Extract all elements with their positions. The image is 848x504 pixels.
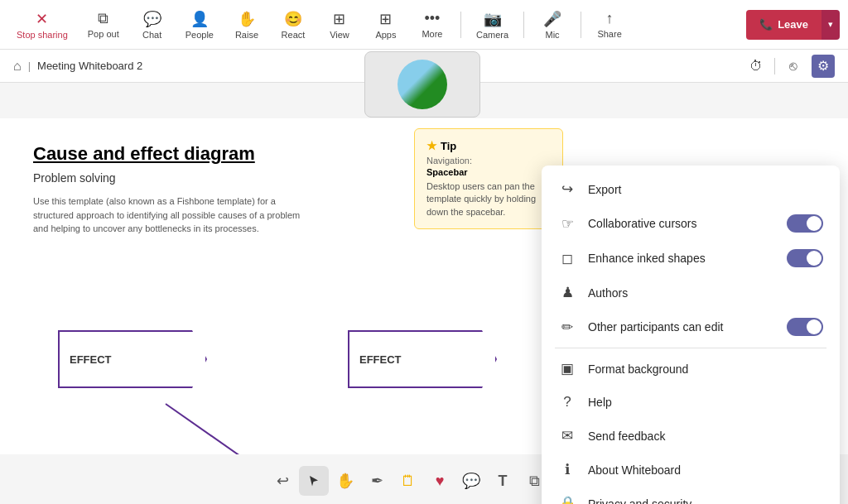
camera-label: Camera — [476, 30, 508, 40]
touch-tool-button[interactable]: ✋ — [330, 466, 360, 496]
raise-label: Raise — [235, 30, 258, 40]
leave-label: Leave — [778, 18, 808, 31]
menu-separator — [555, 348, 826, 348]
timer-icon: ⏱ — [749, 59, 763, 74]
chevron-down-icon: ▾ — [828, 19, 833, 30]
page-title: Meeting Whiteboard 2 — [37, 60, 142, 72]
timer-icon-button[interactable]: ⏱ — [744, 55, 768, 78]
mic-label: Mic — [546, 30, 560, 40]
effect-label-right: EFFECT — [359, 353, 402, 366]
whiteboard-description: Use this template (also known as a Fishb… — [33, 194, 315, 236]
leave-chevron-button[interactable]: ▾ — [822, 10, 840, 40]
apps-button[interactable]: ⊞ Apps — [364, 7, 407, 43]
more-button[interactable]: ••• More — [411, 7, 454, 42]
heart-button[interactable]: ♥ — [425, 466, 455, 496]
menu-item-label: Help — [588, 396, 823, 409]
select-tool-button[interactable] — [299, 466, 329, 496]
dropdown-menu: ↪Export☞Collaborative cursors◻Enhance in… — [542, 166, 840, 504]
text-tool-button[interactable]: T — [488, 466, 518, 496]
view-label: View — [330, 30, 349, 40]
more-label: More — [422, 29, 442, 39]
stop-sharing-label: Stop sharing — [17, 30, 68, 40]
star-icon: ★ — [426, 139, 437, 152]
menu-item-about-whiteboard[interactable]: ℹAbout Whiteboard — [542, 453, 840, 487]
share-button[interactable]: ↑ Share — [588, 7, 631, 42]
breadcrumb-actions: ⏱ ⎋ ⚙ — [744, 55, 835, 78]
menu-item-label: Collaborative cursors — [588, 217, 775, 230]
chat-icon: 💬 — [143, 10, 161, 28]
menu-item-icon: ♟ — [558, 284, 576, 301]
react-label: React — [282, 30, 306, 40]
raise-icon: ✋ — [238, 10, 256, 28]
menu-item-export[interactable]: ↪Export — [542, 172, 840, 206]
people-label: People — [186, 30, 214, 40]
menu-item-send-feedback[interactable]: ✉Send feedback — [542, 419, 840, 453]
leave-group: 📞 Leave ▾ — [746, 10, 840, 40]
top-toolbar: ✕ Stop sharing ⧉ Pop out 💬 Chat 👤 People… — [0, 0, 848, 50]
stop-sharing-icon: ✕ — [36, 10, 48, 28]
menu-item-enhance-inked-shapes[interactable]: ◻Enhance inked shapes — [542, 241, 840, 276]
menu-item-icon: ? — [558, 394, 576, 410]
chat-button[interactable]: 💬 Chat — [131, 7, 174, 43]
menu-item-label: Enhance inked shapes — [588, 252, 775, 265]
toolbar-separator — [460, 12, 461, 38]
tip-description: Desktop users can pan the template quick… — [426, 180, 551, 218]
toggle-other-participants-can-edit[interactable] — [787, 318, 823, 336]
bubble-button[interactable]: 💬 — [456, 466, 486, 496]
menu-item-label: Send feedback — [588, 430, 823, 443]
view-icon: ⊞ — [333, 10, 345, 28]
menu-item-icon: ◻ — [558, 250, 576, 267]
mic-button[interactable]: 🎤 Mic — [531, 7, 574, 43]
menu-item-icon: ✉ — [558, 427, 576, 444]
settings-icon: ⚙ — [817, 58, 829, 74]
sticky-note-button[interactable]: 🗒 — [393, 466, 423, 496]
camera-thumbnail — [398, 60, 447, 109]
menu-item-icon: ℹ — [558, 461, 576, 478]
settings-button[interactable]: ⚙ — [812, 55, 835, 78]
mic-icon: 🎤 — [543, 10, 561, 28]
menu-item-privacy-and-security[interactable]: 🔒Privacy and security — [542, 487, 840, 504]
pen-tool-button[interactable]: ✒ — [362, 466, 392, 496]
view-button[interactable]: ⊞ View — [318, 7, 361, 43]
leave-phone-icon: 📞 — [759, 18, 773, 31]
effect-box-right: EFFECT — [348, 330, 497, 388]
stop-sharing-button[interactable]: ✕ Stop sharing — [8, 7, 76, 43]
menu-item-help[interactable]: ?Help — [542, 386, 840, 419]
breadcrumb-sep-v — [774, 58, 775, 74]
chat-label: Chat — [142, 30, 161, 40]
react-button[interactable]: 😊 React — [272, 7, 315, 43]
toggle-enhance-inked-shapes[interactable] — [787, 249, 823, 267]
camera-button[interactable]: 📷 Camera — [468, 7, 517, 43]
camera-icon: 📷 — [484, 10, 502, 28]
effect-box-left: EFFECT — [58, 330, 207, 388]
home-icon[interactable]: ⌂ — [13, 59, 22, 74]
people-button[interactable]: 👤 People — [177, 7, 222, 43]
tip-box: ★ Tip Navigation: Spacebar Desktop users… — [414, 128, 563, 229]
menu-item-label: Other participants can edit — [588, 320, 775, 334]
menu-item-other-participants-can-edit[interactable]: ✏Other participants can edit — [542, 310, 840, 344]
apps-icon: ⊞ — [379, 10, 392, 28]
tip-header: ★ Tip — [426, 139, 551, 152]
tip-title: Tip — [441, 140, 456, 152]
share-icon: ↑ — [606, 10, 614, 27]
undo-button[interactable]: ↩ — [267, 466, 297, 496]
share-whiteboard-button[interactable]: ⎋ — [782, 55, 805, 78]
people-icon: 👤 — [190, 10, 209, 28]
share-label: Share — [597, 29, 621, 39]
menu-item-collaborative-cursors[interactable]: ☞Collaborative cursors — [542, 206, 840, 241]
tip-nav-label: Navigation: — [426, 156, 551, 166]
share-whiteboard-icon: ⎋ — [789, 59, 797, 74]
menu-item-format-background[interactable]: ▣Format background — [542, 352, 840, 386]
raise-button[interactable]: ✋ Raise — [225, 7, 268, 43]
toolbar-separator-2 — [523, 12, 524, 38]
toggle-collaborative-cursors[interactable] — [787, 214, 823, 233]
apps-label: Apps — [375, 30, 396, 40]
menu-item-label: Format background — [588, 362, 823, 376]
menu-item-label: About Whiteboard — [588, 463, 823, 477]
menu-item-authors[interactable]: ♟Authors — [542, 276, 840, 310]
leave-button[interactable]: 📞 Leave — [746, 10, 822, 40]
pop-out-button[interactable]: ⧉ Pop out — [80, 7, 128, 42]
pop-out-icon: ⧉ — [98, 10, 108, 27]
tip-key: Spacebar — [426, 167, 551, 177]
menu-item-icon: ▣ — [558, 360, 576, 377]
